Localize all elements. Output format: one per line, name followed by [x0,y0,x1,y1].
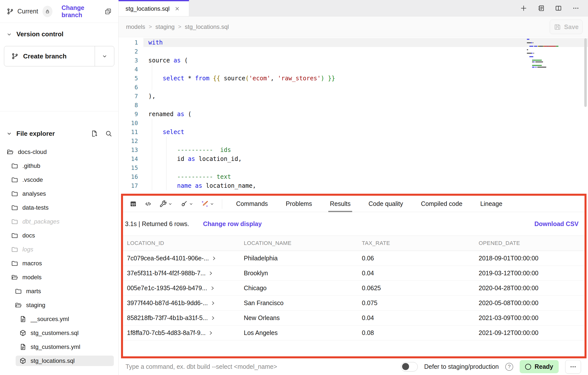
breadcrumb-part-models[interactable]: models [126,23,145,30]
code-line-7[interactable]: 7), [119,92,588,101]
panel-tab-problems[interactable]: Problems [277,196,321,212]
code-line-10[interactable]: 10 [119,119,588,128]
download-csv-link[interactable]: Download CSV [534,220,579,228]
search-icon[interactable] [105,130,112,137]
build-tools-menu[interactable] [157,200,175,208]
split-pane-icon[interactable] [555,4,562,12]
version-control-header[interactable]: Version control [0,23,118,38]
code-line-2[interactable]: 2 [119,47,588,56]
more-options-icon[interactable] [572,4,580,12]
magic-pen-icon [201,200,209,208]
cell: Chicago [240,284,358,292]
cell-text: 37e5f311-b7f4-4f2f-988b-7... [127,270,206,277]
tree-item-staging[interactable]: staging [0,298,118,312]
panel-tab-code-quality[interactable]: Code quality [360,196,412,212]
results-table-icon[interactable] [129,200,137,208]
code-line-12[interactable]: 12 [119,137,588,145]
column-header-tax-rate[interactable]: TAX_RATE [358,240,475,246]
expand-cell-icon[interactable] [210,285,215,291]
code-line-3[interactable]: 3source as ( [119,56,588,65]
code-line-17[interactable]: 17 name as location_name, [119,181,588,190]
column-header-location-name[interactable]: LOCATION_NAME [240,240,358,246]
code-line-6[interactable]: 6 [119,83,588,92]
file-label: stg_customers.yml [31,343,80,350]
tree-item-analyses[interactable]: analyses [0,187,118,201]
tab-stg-locations-sql[interactable]: stg_locations.sql [119,0,189,16]
column-header-opened-date[interactable]: OPENED_DATE [475,240,585,246]
expand-cell-icon[interactable] [210,300,216,306]
breadcrumb-part-staging[interactable]: staging [155,23,174,30]
file-explorer-header[interactable]: File explorer [0,126,118,141]
tree-item-sources-yml[interactable]: __sources.yml [0,312,118,326]
tree-item-macros[interactable]: macros [0,256,118,270]
code-line-5[interactable]: 5 select * from {{ source('ecom', 'raw_s… [119,74,588,83]
save-button[interactable]: Save [550,20,583,34]
tree-item-github[interactable]: .github [0,159,118,173]
code-line-16[interactable]: 16 ---------- text [119,172,588,181]
tree-item-stg-customers-yml[interactable]: stg_customers.yml [0,340,118,354]
code-line-4[interactable]: 4 [119,65,588,74]
breadcrumb-part-stg-locations-sql[interactable]: stg_locations.sql [185,23,229,30]
command-input[interactable] [126,363,394,370]
code-editor[interactable]: 1with23source as (45 select * from {{ so… [119,37,588,194]
code-line-14[interactable]: 14 id as location_id, [119,154,588,163]
line-number: 17 [119,181,143,190]
branch-bar: Current Change branch [0,0,118,23]
code-view-icon[interactable] [144,200,152,208]
tree-item-vscode[interactable]: .vscode [0,173,118,187]
code-line-9[interactable]: 9renamed as ( [119,110,588,119]
new-file-icon[interactable] [90,130,98,137]
lock-icon [45,9,50,14]
format-menu[interactable] [178,200,196,208]
panel-tab-commands[interactable]: Commands [227,196,277,212]
editor-scrollbar[interactable] [584,38,587,107]
expand-cell-icon[interactable] [208,330,213,336]
status-badge-ready[interactable]: Ready [520,360,559,373]
tree-item-stg-customers-sql[interactable]: stg_customers.sql [0,326,118,340]
folder-icon [11,176,18,184]
tree-item-docs-cloud[interactable]: docs-cloud [0,145,118,159]
column-header-location-id[interactable]: LOCATION_ID [123,240,240,246]
expand-cell-icon[interactable] [211,256,217,261]
file-label: logs [22,246,33,253]
expand-cell-icon[interactable] [208,271,213,276]
panel-tab-lineage[interactable]: Lineage [471,196,511,212]
code-line-13[interactable]: 13 ---------- ids [119,145,588,154]
code-line-15[interactable]: 15 [119,163,588,172]
tree-item-data-tests[interactable]: data-tests [0,201,118,215]
chevron-down-icon [168,201,173,206]
more-actions-button[interactable] [565,360,581,374]
copy-icon[interactable] [104,8,112,15]
code-text [143,65,588,74]
create-branch-button[interactable]: Create branch [4,46,114,66]
panel-tab-compiled-code[interactable]: Compiled code [412,196,471,212]
code-text: name as location_name, [143,181,588,190]
code-line-11[interactable]: 11 select [119,128,588,137]
cell: 2020-05-08T00:00:00 [475,299,585,307]
tree-item-docs[interactable]: docs [0,229,118,242]
code-line-1[interactable]: 1with [119,38,588,47]
git-branch-icon [11,52,19,60]
create-branch-main[interactable]: Create branch [4,46,95,66]
help-icon[interactable]: ? [505,363,513,371]
line-number: 7 [119,92,143,101]
defer-toggle[interactable] [401,362,418,372]
tree-item-marts[interactable]: marts [0,284,118,298]
notebook-icon[interactable] [537,4,545,12]
change-row-display-link[interactable]: Change row display [203,220,262,228]
code-line-8[interactable]: 8 [119,101,588,110]
tree-item-models[interactable]: models [0,270,118,284]
line-number: 1 [119,38,143,47]
change-branch-link[interactable]: Change branch [61,4,101,19]
ai-assist-menu[interactable] [199,200,217,208]
close-tab-icon[interactable] [174,6,180,11]
tree-item-logs[interactable]: logs [0,242,118,256]
file-label: staging [26,302,45,309]
tree-item-stg-locations-sql[interactable]: stg_locations.sql [0,354,118,368]
create-branch-dropdown[interactable] [95,46,114,66]
tree-item-dbt-packages[interactable]: dbt_packages [0,215,118,229]
expand-cell-icon[interactable] [210,315,216,321]
code-text: id as location_id, [143,154,588,163]
new-tab-icon[interactable] [520,4,527,12]
panel-tab-results[interactable]: Results [321,196,359,212]
